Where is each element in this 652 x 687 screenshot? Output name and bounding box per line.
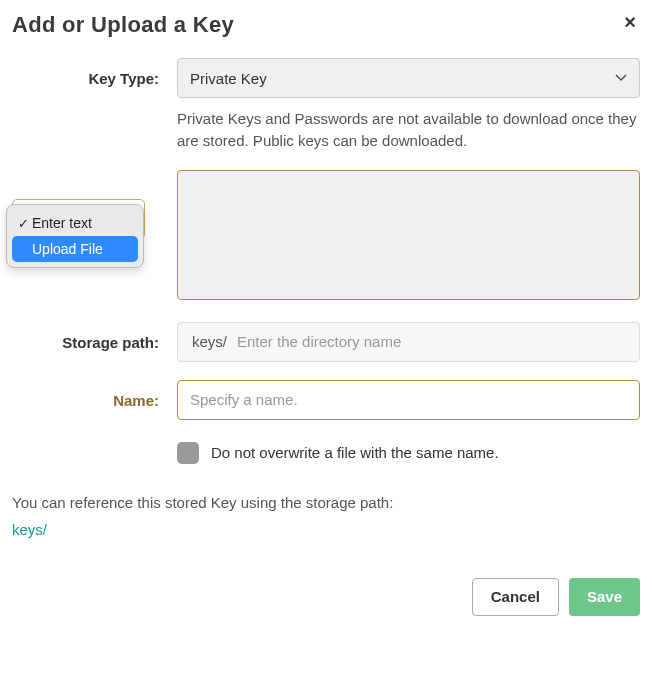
name-input[interactable] bbox=[177, 380, 640, 420]
key-type-help: Private Keys and Passwords are not avail… bbox=[177, 108, 640, 152]
key-type-label: Key Type: bbox=[12, 58, 177, 87]
storage-prefix: keys/ bbox=[178, 333, 237, 350]
overwrite-label: Do not overwrite a file with the same na… bbox=[211, 444, 499, 461]
close-icon[interactable]: × bbox=[620, 12, 640, 32]
input-mode-popover: ✓ Enter text Upload File bbox=[6, 204, 144, 268]
cancel-button[interactable]: Cancel bbox=[472, 578, 559, 616]
reference-path: keys/ bbox=[12, 521, 640, 538]
name-label: Name: bbox=[12, 380, 177, 409]
popover-item-upload-file[interactable]: Upload File bbox=[12, 236, 138, 262]
dialog-title: Add or Upload a Key bbox=[12, 12, 234, 38]
popover-item-label: Upload File bbox=[32, 241, 103, 257]
storage-path-input[interactable] bbox=[237, 323, 639, 361]
storage-path-label: Storage path: bbox=[12, 322, 177, 351]
key-type-select[interactable]: Private Key bbox=[177, 58, 640, 98]
popover-item-enter-text[interactable]: ✓ Enter text bbox=[12, 210, 138, 236]
popover-item-label: Enter text bbox=[32, 215, 92, 231]
reference-text: You can reference this stored Key using … bbox=[12, 494, 640, 511]
save-button[interactable]: Save bbox=[569, 578, 640, 616]
overwrite-checkbox[interactable] bbox=[177, 442, 199, 464]
key-value-textarea[interactable] bbox=[177, 170, 640, 300]
check-icon: ✓ bbox=[18, 216, 32, 231]
storage-path-group: keys/ bbox=[177, 322, 640, 362]
